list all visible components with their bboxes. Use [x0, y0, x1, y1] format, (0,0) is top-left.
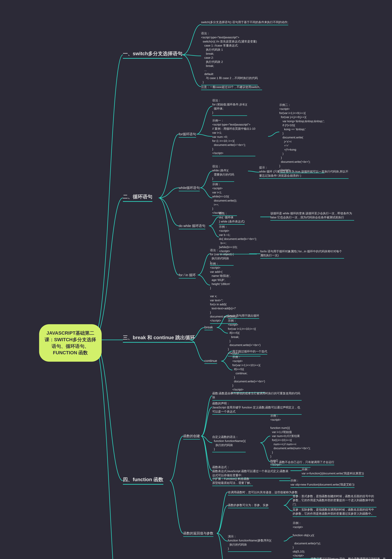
s3-continue-desc: 用于跳过循环中的一个迭代 [232, 349, 267, 354]
s4-ret-params-intro: 在调用函数时，您可以向其传递值，这些值被称为参数 [228, 490, 298, 495]
s2-title[interactable]: 二、循环语句 [123, 193, 152, 202]
s4-create-custom-note: 注意：函数不会自己运行，只有被调用了才会运行 [270, 460, 334, 465]
s4-ret-shican: 实参：实际参数，是指函数在调用的时候，函数名后面的括号中的参数，它的作用是将函数… [293, 508, 376, 517]
s4-create-expr: 函数表达式： 函数表达式JavaScript 函数可以通过一个表达式定义;函数表… [212, 465, 291, 478]
s4-create-desc: 函数:函数是由事件驱动的或者当它被调用时执行的可重复使用的代码块 [212, 391, 302, 401]
s4-create-ext-ex: 示例： var obj=new Function(document.write(… [291, 478, 355, 488]
s3-continue-ex: 示例： <script> for(var i=1;i<=10;i++){ if(… [232, 355, 265, 393]
s2-while-label[interactable]: while循环语句 [179, 186, 200, 191]
s4-create-ext: 小扩展：Function() 构造函数 原型链最原始写法，需要了解。 [212, 477, 253, 486]
s2-dowhile-desc: 该循环是 while 循环的变体,该循环至少会执行一次，即使条件为 false … [270, 211, 354, 221]
s4-title[interactable]: 四、function 函数 [123, 476, 163, 485]
s2-for-label[interactable]: for循环语句 [179, 132, 196, 138]
s1-desc: switch(多分支选择语句) 语句用于基于不同的条件来执行不同的动作; [201, 20, 288, 25]
s2-while-ex: 示例： <script> var i=1; while(i<=10){ docu… [212, 182, 237, 216]
s4-create-expr-ex: 示例： var x=function(){document.write('我是科… [302, 467, 364, 477]
s3-title[interactable]: 三、break 和 continue 跳出循环 [123, 334, 195, 343]
s1-title[interactable]: 一、switch多分支选择语句 [123, 50, 182, 59]
s4-create-label[interactable]: 函数的创建 [183, 434, 200, 439]
s4-ret-demo: 演示： function functionName(参数序列){ 执行的代码块 … [228, 534, 271, 552]
s4-ret-label[interactable]: 函数的返回值与参数 [183, 531, 213, 537]
s1-syntax: 语法： <script type="text/javascript"> swit… [201, 31, 258, 85]
s2-for-syntax: 语法： for (初始值;循环条件;步长){ 循环体; } [212, 98, 247, 116]
s2-while-tip: 提示： while 循环 (只要指定条件为 true,该循环就可以一直执行代码块… [259, 166, 348, 179]
s4-ret-params-types: 函数的参数可分为：形参、实参 [228, 503, 269, 508]
s3-break-label[interactable]: break [204, 325, 213, 330]
s4-create-custom-ex: 示例： <script> function num(){ var i=1;//初… [270, 414, 310, 468]
s2-forin-desc: for/in 语句用于循环对象属性( for...in 循环中的代码块将针对每个… [260, 249, 344, 259]
s2-dowhile-syntax: 语法： do{ 循环体 } while (条件表达式) [219, 211, 245, 225]
s4-create-custom-syntax: 自定义函数的语法： function functionName(){ 执行的代码… [212, 435, 246, 452]
s2-forin-label[interactable]: for / in 循环 [179, 273, 196, 279]
s2-while-syntax: 语法： while (条件){ 需要执行的代码 } [212, 164, 234, 182]
s2-dowhile-label[interactable]: do while 循环语句 [179, 224, 205, 229]
s2-for-ex2: 示例二： <script> for(var i=1;i<=9;i++){ for… [279, 103, 324, 173]
s4-ret-demo-ex: 示例： <script> function obj(x,y){ document… [293, 521, 321, 559]
s4-ret-xingcan: 形参：形式参数，是指函数创建的时候，函数名后面的括号中的参数，它的作用是为函数外… [293, 494, 376, 507]
s2-for-ex1: 示例一： <script type="text/javascript"> // … [212, 119, 255, 156]
s3-break-desc: break 语句用于跳出循环 [228, 314, 259, 319]
s3-continue-label[interactable]: continue [204, 359, 217, 364]
root-node[interactable]: JAVASCRIPT基础第二课：SWITCH多分支选择语句、循环语句、FUNCT… [39, 324, 102, 362]
s1-note: 注意：一般case超过10个，不建议使用switch。 [201, 85, 262, 90]
s4-create-decl: 函数的声明： JavaScript 使用关键字 function 定义函数;函数… [212, 401, 302, 415]
s4-ret-return-desc: 函数只要运行到return 语句，整个函数调用就立刻结束，在return语句后面… [310, 557, 387, 559]
